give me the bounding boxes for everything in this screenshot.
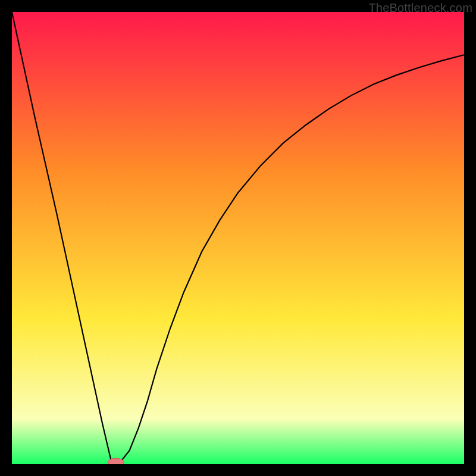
plot-area <box>12 12 464 464</box>
gradient-background <box>12 12 464 464</box>
minimum-marker <box>108 458 124 464</box>
chart-frame: TheBottleneck.com <box>0 0 476 476</box>
chart-svg <box>12 12 464 464</box>
